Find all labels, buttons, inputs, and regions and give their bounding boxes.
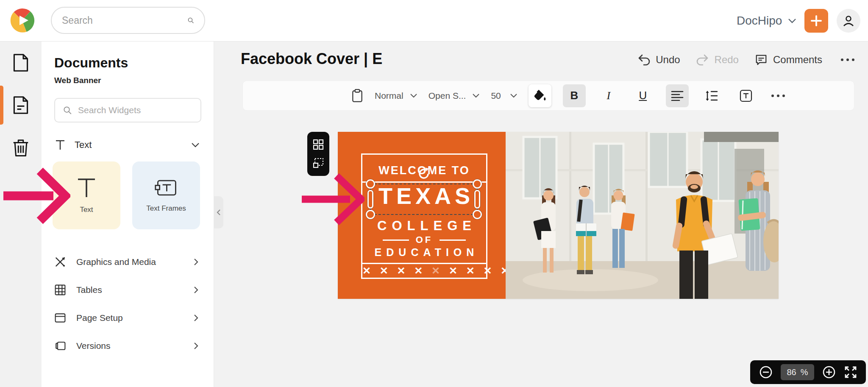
widget-search	[54, 98, 201, 123]
graphics-media-icon	[54, 256, 66, 268]
fill-color-button[interactable]	[529, 84, 551, 107]
versions-icon	[54, 340, 66, 352]
design-canvas[interactable]: WELCOME TO TEXAS COLLEGE OF EDUCATION ✕ …	[338, 132, 779, 299]
paragraph-style-dropdown[interactable]: Normal	[375, 91, 417, 101]
side-rail	[0, 42, 42, 387]
panel-title: Documents	[54, 55, 214, 71]
resize-handle-bottom-right[interactable]	[473, 210, 482, 219]
brand-label: DocHipo	[737, 14, 782, 28]
minus-circle-icon	[759, 365, 773, 379]
more-format-options-icon[interactable]	[769, 92, 787, 100]
sidebar-item-tables[interactable]: Tables	[42, 276, 214, 304]
redo-button[interactable]: Redo	[696, 54, 739, 66]
rail-documents-button[interactable]	[0, 84, 42, 126]
widget-search-input[interactable]	[78, 105, 193, 115]
document-file-icon	[11, 95, 30, 115]
user-avatar[interactable]	[837, 9, 860, 33]
frame-divider-bottom	[362, 263, 486, 264]
font-family-dropdown[interactable]: Open S...	[428, 91, 480, 101]
chevron-down-icon	[192, 143, 199, 148]
sidebar-item-label: Tables	[76, 285, 102, 295]
comments-icon	[755, 53, 768, 66]
page-toolbar	[307, 132, 329, 176]
text-section-header[interactable]: Text	[55, 139, 199, 150]
banner-left-panel[interactable]: WELCOME TO TEXAS COLLEGE OF EDUCATION ✕ …	[338, 132, 506, 299]
undo-button[interactable]: Undo	[637, 54, 680, 66]
panel-collapse-handle[interactable]	[214, 196, 223, 228]
selection-box[interactable]	[370, 184, 478, 215]
clipboard-icon[interactable]	[351, 89, 363, 103]
redo-icon	[696, 54, 709, 66]
fullscreen-icon	[844, 365, 857, 379]
italic-button[interactable]: I	[597, 84, 620, 107]
of-label: OF	[416, 234, 433, 245]
line-spacing-button[interactable]	[700, 84, 723, 107]
panel-subtitle: Web Banner	[54, 76, 214, 85]
plus-icon	[810, 15, 822, 27]
zoom-unit: %	[801, 368, 808, 377]
select-area-button[interactable]	[313, 158, 324, 169]
dochipo-logo-icon[interactable]	[7, 5, 37, 36]
sidebar-item-versions[interactable]: Versions	[42, 332, 214, 360]
resize-handle-bottom-left[interactable]	[366, 210, 375, 219]
text-widget-card[interactable]: Text	[53, 161, 120, 229]
more-options-icon[interactable]	[838, 56, 857, 64]
tables-icon	[54, 284, 66, 296]
rail-trash-button[interactable]	[0, 126, 42, 169]
chevron-right-icon	[194, 258, 198, 266]
text-frames-widget-label: Text Frames	[146, 204, 186, 213]
resize-handle-top-right[interactable]	[473, 179, 482, 189]
sidebar-item-label: Versions	[76, 341, 111, 351]
undo-icon	[637, 54, 650, 66]
rail-templates-button[interactable]	[0, 42, 42, 84]
search-icon[interactable]	[187, 14, 194, 27]
text-widgets: Text Text Frames	[53, 161, 214, 229]
font-size-dropdown[interactable]: 50	[491, 91, 517, 101]
rotate-handle[interactable]	[417, 167, 431, 183]
rotate-icon	[417, 167, 431, 181]
text-align-button[interactable]	[666, 84, 689, 107]
sidebar-item-graphics-media[interactable]: Graphics and Media	[42, 248, 214, 276]
comments-button[interactable]: Comments	[755, 53, 822, 66]
underline-button[interactable]: U	[632, 84, 654, 107]
x-ghost: ✕	[431, 265, 443, 276]
education-text[interactable]: EDUCATION	[362, 246, 486, 259]
create-document-button[interactable]	[804, 9, 828, 33]
redo-label: Redo	[715, 54, 739, 66]
brand-menu[interactable]: DocHipo	[737, 0, 796, 42]
zoom-out-button[interactable]	[759, 365, 773, 379]
resize-handle-right[interactable]	[474, 190, 480, 209]
x-left: ✕ ✕ ✕ ✕	[362, 265, 431, 276]
students-photo[interactable]	[506, 132, 779, 299]
chevron-down-icon	[788, 18, 796, 23]
documents-panel: Documents Web Banner Text Text	[42, 42, 214, 387]
text-icon	[55, 139, 65, 150]
fill-color-icon	[533, 89, 547, 103]
dochipo-editor: DocHipo	[0, 0, 868, 387]
font-family-value: Open S...	[428, 91, 466, 101]
chevron-down-icon	[510, 94, 517, 98]
text-frames-widget-card[interactable]: Text Frames	[132, 161, 200, 229]
chevron-right-icon	[194, 342, 198, 350]
text-section-label: Text	[75, 139, 92, 150]
college-text[interactable]: COLLEGE	[362, 218, 486, 234]
resize-handle-left[interactable]	[367, 190, 373, 209]
sidebar-item-page-setup[interactable]: Page Setup	[42, 304, 214, 332]
x-pattern-row[interactable]: ✕ ✕ ✕ ✕ ✕ ✕ ✕ ✕ ✕	[362, 265, 486, 277]
of-text[interactable]: OF	[362, 234, 486, 245]
fullscreen-button[interactable]	[844, 365, 857, 379]
layout-grid-button[interactable]	[313, 139, 324, 150]
zoom-level[interactable]: 86 %	[781, 364, 814, 380]
text-box-button[interactable]	[734, 84, 757, 107]
zoom-in-button[interactable]	[822, 365, 836, 379]
bold-button[interactable]: B	[563, 84, 586, 107]
panel-nav: Graphics and Media Tables Page Setup	[42, 248, 214, 360]
text-frames-icon	[154, 178, 178, 198]
trash-icon	[12, 138, 30, 157]
resize-handle-top-left[interactable]	[366, 179, 375, 189]
global-search-input[interactable]	[62, 15, 187, 26]
align-left-icon	[671, 91, 684, 101]
document-title[interactable]: Facebook Cover | E	[241, 50, 382, 68]
search-icon	[63, 105, 72, 116]
chevron-down-icon	[473, 94, 479, 98]
